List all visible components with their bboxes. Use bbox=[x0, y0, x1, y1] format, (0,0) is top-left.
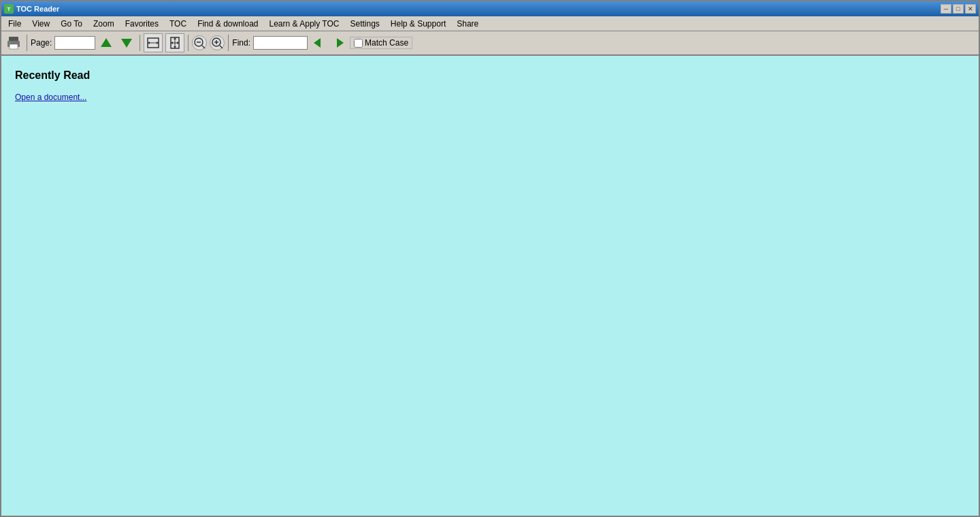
arrow-down-icon bbox=[119, 35, 134, 50]
menu-bar: File View Go To Zoom Favorites TOC Find … bbox=[1, 16, 979, 31]
page-down-button[interactable] bbox=[117, 33, 136, 52]
menu-goto[interactable]: Go To bbox=[55, 16, 88, 31]
svg-line-19 bbox=[202, 46, 205, 48]
find-prev-button[interactable] bbox=[309, 33, 328, 52]
zoom-in-icon bbox=[211, 37, 223, 49]
separator-1 bbox=[27, 35, 27, 51]
find-next-icon bbox=[331, 35, 346, 50]
page-input[interactable] bbox=[54, 36, 95, 50]
content-area: Recently Read Open a document... bbox=[1, 56, 979, 516]
zoom-in-button[interactable] bbox=[210, 35, 225, 50]
svg-line-23 bbox=[220, 46, 223, 48]
match-case-text: Match Case bbox=[365, 38, 408, 48]
svg-marker-5 bbox=[121, 39, 132, 48]
match-case-label[interactable]: Match Case bbox=[350, 37, 412, 49]
title-controls: ─ □ ✕ bbox=[941, 4, 976, 14]
match-case-checkbox[interactable] bbox=[354, 39, 363, 48]
page-label: Page: bbox=[31, 38, 52, 48]
fit-width-button[interactable] bbox=[144, 33, 163, 52]
zoom-out-icon bbox=[193, 37, 206, 49]
menu-toc[interactable]: TOC bbox=[164, 16, 192, 31]
menu-favorites[interactable]: Favorites bbox=[120, 16, 164, 31]
menu-file[interactable]: File bbox=[3, 16, 27, 31]
svg-rect-3 bbox=[9, 42, 11, 44]
menu-share[interactable]: Share bbox=[451, 16, 484, 31]
menu-settings[interactable]: Settings bbox=[344, 16, 385, 31]
find-label: Find: bbox=[232, 38, 250, 48]
svg-marker-24 bbox=[314, 38, 321, 48]
menu-learn-apply-toc[interactable]: Learn & Apply TOC bbox=[264, 16, 345, 31]
title-bar: T TOC Reader ─ □ ✕ bbox=[1, 1, 979, 16]
find-next-button[interactable] bbox=[329, 33, 348, 52]
separator-2 bbox=[140, 35, 140, 51]
separator-4 bbox=[228, 35, 229, 51]
fit-page-icon bbox=[168, 36, 182, 50]
maximize-button[interactable]: □ bbox=[953, 4, 964, 14]
zoom-out-button[interactable] bbox=[192, 35, 207, 50]
arrow-up-icon bbox=[99, 35, 114, 50]
svg-marker-4 bbox=[101, 38, 112, 47]
fit-page-button[interactable] bbox=[165, 33, 184, 52]
page-up-button[interactable] bbox=[97, 33, 116, 52]
separator-3 bbox=[188, 35, 189, 51]
find-input[interactable] bbox=[253, 36, 308, 50]
print-button[interactable] bbox=[4, 33, 23, 52]
fit-width-icon bbox=[146, 36, 160, 50]
menu-zoom[interactable]: Zoom bbox=[88, 16, 120, 31]
svg-marker-25 bbox=[337, 38, 344, 48]
close-button[interactable]: ✕ bbox=[965, 4, 976, 14]
open-document-link[interactable]: Open a document... bbox=[15, 93, 86, 102]
recently-read-title: Recently Read bbox=[15, 69, 965, 82]
print-icon bbox=[6, 35, 21, 50]
menu-find-download[interactable]: Find & download bbox=[192, 16, 263, 31]
menu-help-support[interactable]: Help & Support bbox=[385, 16, 451, 31]
app-window: T TOC Reader ─ □ ✕ File View Go To Zoom … bbox=[0, 0, 980, 517]
window-title: TOC Reader bbox=[16, 5, 59, 13]
app-icon: T bbox=[4, 4, 14, 14]
minimize-button[interactable]: ─ bbox=[941, 4, 951, 14]
toolbar: Page: bbox=[1, 31, 979, 56]
find-prev-icon bbox=[311, 35, 326, 50]
menu-view[interactable]: View bbox=[27, 16, 55, 31]
svg-rect-2 bbox=[10, 44, 18, 49]
title-bar-left: T TOC Reader bbox=[4, 4, 59, 14]
